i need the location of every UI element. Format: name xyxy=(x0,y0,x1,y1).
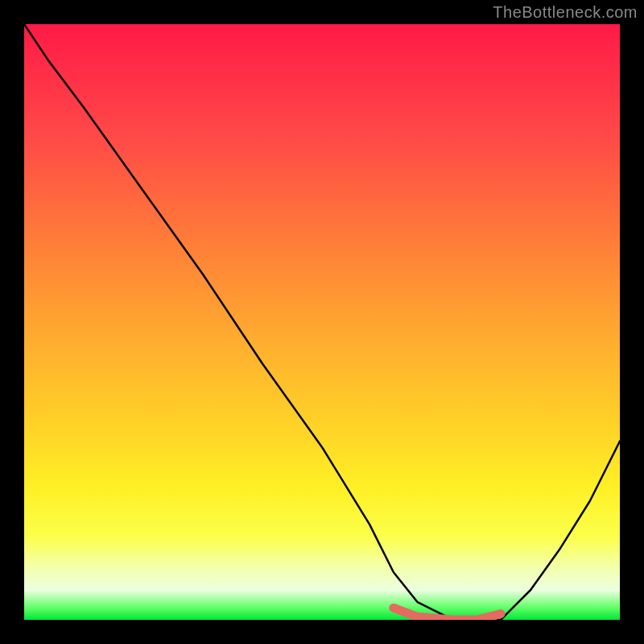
curve-layer xyxy=(24,24,620,620)
bottleneck-curve xyxy=(24,24,620,620)
watermark-text: TheBottleneck.com xyxy=(493,3,638,22)
plot-area xyxy=(24,24,620,620)
optimal-range-highlight xyxy=(394,608,501,620)
chart-frame: TheBottleneck.com xyxy=(0,0,644,644)
